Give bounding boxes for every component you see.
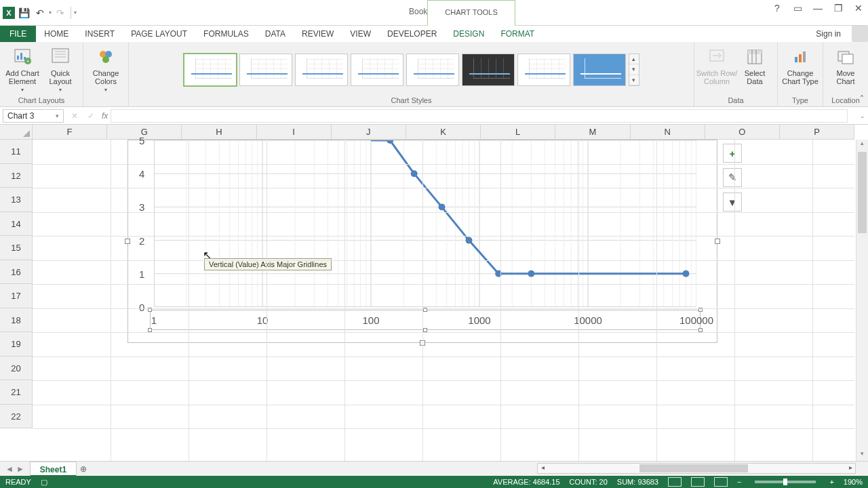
- formula-input[interactable]: [111, 109, 848, 123]
- tab-formulas[interactable]: FORMULAS: [195, 26, 257, 42]
- name-box[interactable]: Chart 3▾: [3, 109, 64, 123]
- horizontal-scrollbar[interactable]: ◂ ▸: [537, 463, 856, 474]
- chart-style-7[interactable]: [517, 54, 570, 86]
- column-header[interactable]: J: [332, 125, 406, 140]
- column-header[interactable]: P: [780, 125, 854, 140]
- select-data-button[interactable]: Select Data: [736, 45, 773, 87]
- svg-point-12: [102, 56, 109, 63]
- save-icon[interactable]: 💾: [16, 5, 31, 20]
- cancel-formula-icon[interactable]: ✕: [66, 111, 83, 121]
- ribbon-display-options-icon[interactable]: ▭: [789, 1, 806, 15]
- excel-icon[interactable]: X: [3, 7, 15, 19]
- chart-resize-handle[interactable]: [715, 239, 720, 244]
- row-header[interactable]: 14: [0, 212, 33, 237]
- chart-style-1[interactable]: [184, 54, 237, 86]
- sheet-tab-sheet1[interactable]: Sheet1: [30, 462, 77, 476]
- change-chart-type-button[interactable]: Change Chart Type: [782, 45, 818, 87]
- tab-design[interactable]: DESIGN: [445, 26, 492, 42]
- chart-style-5[interactable]: [406, 54, 459, 86]
- column-header[interactable]: H: [182, 125, 256, 140]
- cells-area[interactable]: 012345110100100010000100000 ↖ Vertical (…: [33, 140, 854, 461]
- view-page-break-icon[interactable]: [714, 477, 728, 487]
- chart-styles-more-button[interactable]: ▴▾▾: [629, 54, 639, 86]
- zoom-out-button[interactable]: −: [737, 478, 741, 486]
- x-axis-tick-label: 1000: [468, 314, 490, 326]
- help-icon[interactable]: ?: [769, 1, 785, 15]
- column-header[interactable]: M: [555, 125, 630, 140]
- enter-formula-icon[interactable]: ✓: [83, 111, 99, 121]
- tab-format[interactable]: FORMAT: [492, 26, 542, 42]
- quick-layout-button[interactable]: Quick Layout ▾: [42, 45, 79, 94]
- zoom-slider[interactable]: [755, 481, 816, 483]
- chart-style-3[interactable]: [295, 54, 348, 86]
- column-header[interactable]: O: [705, 125, 780, 140]
- chart-style-2[interactable]: [239, 54, 292, 86]
- move-chart-button[interactable]: Move Chart: [827, 45, 864, 87]
- svg-point-84: [439, 203, 446, 210]
- zoom-level[interactable]: 190%: [844, 478, 863, 486]
- row-header[interactable]: 21: [0, 380, 33, 405]
- selected-x-axis[interactable]: [150, 310, 701, 330]
- chart-style-8[interactable]: [573, 54, 626, 86]
- column-header[interactable]: K: [406, 125, 481, 140]
- chart-plot-area[interactable]: 012345110100100010000100000: [154, 140, 696, 307]
- sign-in-link[interactable]: Sign in: [809, 26, 848, 42]
- row-header[interactable]: 11: [0, 140, 33, 164]
- maximize-icon[interactable]: ❐: [830, 1, 846, 15]
- collapse-ribbon-icon[interactable]: ˄: [860, 94, 864, 104]
- tab-developer[interactable]: DEVELOPER: [379, 26, 445, 42]
- row-headers[interactable]: 111213141516171819202122: [0, 140, 33, 461]
- add-sheet-button[interactable]: ⊕: [77, 464, 90, 474]
- tab-insert[interactable]: INSERT: [77, 26, 123, 42]
- chart-styles-button[interactable]: ✎: [723, 168, 742, 187]
- tab-file[interactable]: FILE: [0, 26, 36, 42]
- svg-rect-1: [17, 56, 19, 60]
- tab-home[interactable]: HOME: [36, 26, 77, 42]
- row-header[interactable]: 12: [0, 164, 33, 188]
- group-label-location: Location: [831, 95, 860, 106]
- view-page-layout-icon[interactable]: [691, 477, 705, 487]
- chart-filters-button[interactable]: ▼: [723, 192, 742, 211]
- chart-elements-button[interactable]: +: [723, 144, 742, 163]
- row-header[interactable]: 20: [0, 357, 33, 381]
- close-icon[interactable]: ✕: [850, 1, 867, 15]
- column-header[interactable]: F: [33, 125, 107, 140]
- row-header[interactable]: 17: [0, 284, 33, 308]
- minimize-icon[interactable]: —: [810, 1, 826, 15]
- tab-view[interactable]: VIEW: [342, 26, 379, 42]
- view-normal-icon[interactable]: [668, 477, 682, 487]
- y-axis-tick-label: 1: [139, 268, 144, 279]
- tab-page-layout[interactable]: PAGE LAYOUT: [123, 26, 195, 42]
- row-header[interactable]: 13: [0, 188, 33, 212]
- tab-data[interactable]: DATA: [257, 26, 294, 42]
- select-all-corner[interactable]: [0, 125, 33, 140]
- redo-icon[interactable]: ↷: [53, 5, 68, 20]
- add-chart-element-button[interactable]: + Add Chart Element ▾: [4, 45, 41, 94]
- row-header[interactable]: 18: [0, 308, 33, 333]
- user-avatar-icon[interactable]: [852, 26, 868, 42]
- svg-rect-2: [20, 53, 22, 60]
- chart-style-6[interactable]: [462, 54, 515, 86]
- row-header[interactable]: 19: [0, 332, 33, 357]
- column-headers[interactable]: FGHIJKLMNOP: [33, 125, 854, 140]
- zoom-in-button[interactable]: +: [829, 478, 833, 486]
- vertical-scrollbar[interactable]: ▴ ▾: [856, 140, 868, 461]
- column-header[interactable]: I: [257, 125, 332, 140]
- column-header[interactable]: N: [631, 125, 705, 140]
- undo-icon[interactable]: ↶: [33, 5, 47, 20]
- row-header[interactable]: 16: [0, 260, 33, 285]
- expand-formula-bar-icon[interactable]: ⌄: [860, 113, 865, 119]
- change-colors-button[interactable]: Change Colors ▾: [87, 45, 124, 94]
- worksheet-grid[interactable]: FGHIJKLMNOP 111213141516171819202122: [0, 125, 868, 461]
- column-header[interactable]: L: [481, 125, 555, 140]
- row-header[interactable]: 22: [0, 405, 33, 429]
- macro-record-icon[interactable]: ▢: [41, 478, 47, 487]
- x-axis-tick-label: 1: [151, 314, 157, 326]
- sheet-nav-prev-icon[interactable]: ◄: [5, 464, 14, 474]
- chart-resize-handle[interactable]: [125, 239, 130, 244]
- chart-style-4[interactable]: [351, 54, 403, 86]
- fx-icon[interactable]: fx: [102, 111, 108, 121]
- row-header[interactable]: 15: [0, 236, 33, 260]
- tab-review[interactable]: REVIEW: [294, 26, 342, 42]
- sheet-nav-next-icon[interactable]: ►: [16, 464, 24, 474]
